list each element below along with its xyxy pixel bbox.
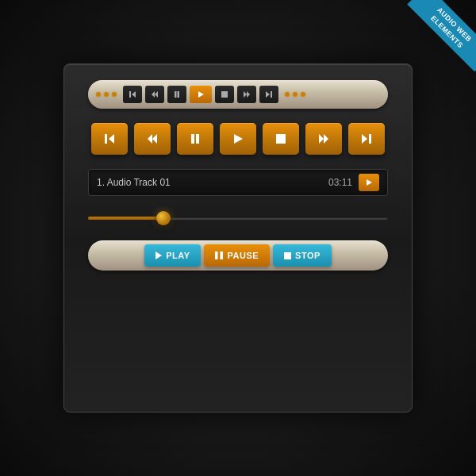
svg-rect-5	[178, 91, 180, 98]
svg-rect-28	[284, 252, 291, 259]
large-rewind-button[interactable]	[134, 123, 171, 155]
svg-rect-13	[105, 134, 107, 144]
svg-marker-6	[198, 91, 204, 98]
compact-transport-bar	[88, 80, 388, 109]
slider-fill	[88, 217, 163, 220]
pause-icon	[215, 251, 223, 259]
large-pause-button[interactable]	[177, 123, 213, 155]
stop-label: STOP	[295, 251, 321, 260]
slider-track[interactable]	[88, 217, 388, 220]
compact-play-button[interactable]	[190, 86, 212, 103]
svg-rect-16	[191, 134, 194, 144]
svg-marker-18	[234, 134, 243, 144]
svg-rect-19	[276, 134, 286, 144]
large-skip-back-button[interactable]	[91, 123, 128, 155]
bottom-action-bar: PLAY PAUSE STOP	[88, 240, 388, 271]
compact-pause-button[interactable]	[167, 86, 186, 103]
dot-group-left	[96, 92, 117, 97]
compact-skip-back-button[interactable]	[123, 86, 142, 103]
main-panel: 1. Audio Track 01 03:11 PLAY PAUSE STOP	[63, 63, 413, 413]
svg-rect-11	[271, 91, 272, 98]
svg-marker-0	[132, 91, 136, 98]
svg-marker-24	[367, 179, 372, 186]
play-icon	[155, 251, 162, 259]
large-button-grid	[91, 123, 385, 155]
svg-marker-20	[319, 134, 324, 144]
slider-container	[88, 210, 388, 226]
compact-fast-forward-button[interactable]	[237, 86, 256, 103]
large-skip-forward-button[interactable]	[348, 123, 385, 155]
track-display: 1. Audio Track 01 03:11	[88, 169, 388, 196]
svg-marker-22	[362, 134, 367, 144]
svg-marker-14	[152, 134, 157, 144]
play-button[interactable]: PLAY	[144, 244, 201, 267]
large-play-button[interactable]	[220, 123, 256, 155]
svg-marker-15	[148, 134, 152, 144]
dot-5	[293, 92, 298, 97]
svg-rect-23	[369, 134, 371, 144]
stop-icon	[284, 252, 291, 259]
dot-3	[112, 92, 117, 97]
large-stop-button[interactable]	[263, 123, 299, 155]
ribbon-text: AUDIO WEBELEMENTS	[407, 0, 476, 71]
stop-button[interactable]: STOP	[273, 244, 332, 267]
svg-rect-1	[129, 91, 131, 98]
svg-marker-9	[247, 91, 250, 98]
svg-marker-21	[324, 134, 328, 144]
pause-button[interactable]: PAUSE	[204, 244, 270, 267]
svg-rect-26	[215, 251, 218, 259]
large-fast-forward-button[interactable]	[305, 123, 342, 155]
compact-stop-button[interactable]	[215, 86, 234, 103]
svg-marker-2	[155, 91, 158, 98]
svg-rect-17	[196, 134, 199, 144]
svg-rect-7	[221, 91, 228, 98]
play-label: PLAY	[166, 251, 190, 260]
dot-4	[285, 92, 290, 97]
slider-thumb[interactable]	[156, 211, 171, 225]
track-time: 03:11	[328, 177, 352, 188]
svg-marker-10	[266, 91, 270, 98]
svg-rect-27	[221, 251, 224, 259]
corner-ribbon: AUDIO WEBELEMENTS	[389, 0, 476, 87]
track-name: 1. Audio Track 01	[97, 177, 328, 188]
dot-6	[301, 92, 305, 97]
dot-1	[96, 92, 101, 97]
svg-rect-4	[175, 91, 177, 98]
pause-label: PAUSE	[227, 251, 259, 260]
compact-skip-forward-button[interactable]	[259, 86, 278, 103]
dot-2	[104, 92, 109, 97]
svg-marker-8	[244, 91, 247, 98]
compact-rewind-button[interactable]	[145, 86, 164, 103]
track-play-button[interactable]	[359, 174, 379, 191]
svg-marker-25	[155, 251, 162, 259]
dot-group-right	[285, 92, 305, 97]
svg-marker-3	[152, 91, 155, 98]
svg-marker-12	[109, 134, 114, 144]
